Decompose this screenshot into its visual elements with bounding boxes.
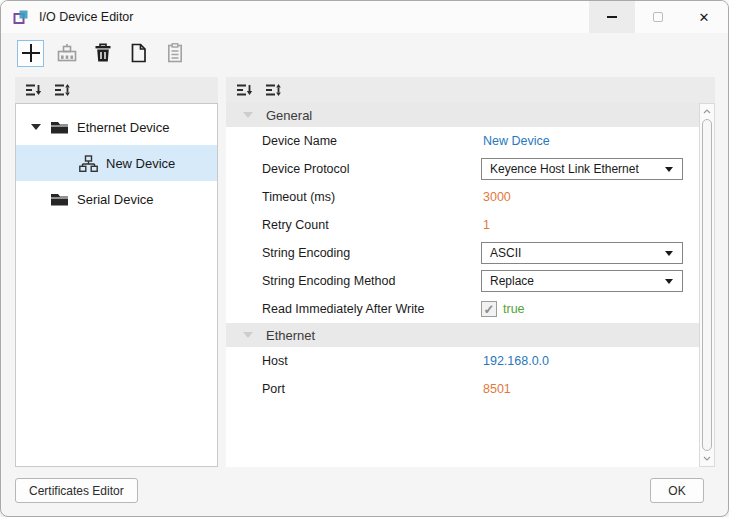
- chevron-down-icon: [665, 251, 673, 256]
- minimize-icon: [607, 16, 617, 17]
- tree-panel-header: [15, 77, 218, 103]
- device-name-value[interactable]: New Device: [483, 134, 550, 148]
- chevron-down-icon: [243, 112, 253, 118]
- device-tree-panel: Ethernet Device New Device: [15, 77, 218, 467]
- section-ethernet[interactable]: Ethernet: [226, 323, 699, 347]
- building-icon: [56, 43, 78, 63]
- copy-device-button[interactable]: [125, 40, 152, 67]
- properties-panel-header: [226, 77, 715, 103]
- property-row-device-name: Device Name New Device: [226, 127, 699, 155]
- chevron-down-icon: [665, 167, 673, 172]
- check-icon: ✓: [484, 303, 495, 316]
- timeout-value[interactable]: 3000: [483, 190, 511, 204]
- copy-icon: [130, 43, 147, 63]
- chevron-down-icon[interactable]: [31, 124, 41, 130]
- io-device-editor-window: I/O Device Editor ✕: [0, 0, 729, 517]
- window-controls: ✕: [589, 1, 727, 33]
- collapse-all-button[interactable]: [24, 82, 42, 98]
- chevron-down-icon: [703, 456, 711, 461]
- property-row-read-immediately: Read Immediately After Write ✓ true: [226, 295, 699, 323]
- property-row-timeout: Timeout (ms) 3000: [226, 183, 699, 211]
- add-device-template-button[interactable]: [53, 40, 80, 67]
- vertical-scrollbar[interactable]: [699, 103, 715, 467]
- trash-icon: [94, 43, 112, 63]
- expand-all-icon: [54, 83, 71, 97]
- string-encoding-dropdown[interactable]: ASCII: [481, 242, 683, 264]
- property-row-string-encoding-method: String Encoding Method Replace: [226, 267, 699, 295]
- tree-item-label: Serial Device: [77, 192, 154, 207]
- add-device-button[interactable]: [17, 40, 44, 67]
- close-button[interactable]: ✕: [681, 1, 727, 33]
- tree-item-new-device[interactable]: New Device: [16, 145, 217, 181]
- maximize-button[interactable]: [635, 1, 681, 33]
- property-row-port: Port 8501: [226, 375, 699, 403]
- port-value[interactable]: 8501: [483, 382, 511, 396]
- tree-item-ethernet-device[interactable]: Ethernet Device: [16, 109, 217, 145]
- properties-panel: General Device Name New Device Device Pr…: [226, 77, 715, 467]
- property-row-device-protocol: Device Protocol Keyence Host Link Ethern…: [226, 155, 699, 183]
- scroll-up-button[interactable]: [700, 105, 714, 118]
- chevron-down-icon: [243, 332, 253, 338]
- collapse-all-button[interactable]: [235, 82, 253, 98]
- delete-device-button[interactable]: [89, 40, 116, 67]
- expand-all-button[interactable]: [53, 82, 71, 98]
- retry-count-value[interactable]: 1: [483, 218, 490, 232]
- expand-all-button[interactable]: [264, 82, 282, 98]
- section-general[interactable]: General: [226, 103, 699, 127]
- read-immediately-checkbox[interactable]: ✓: [481, 301, 497, 317]
- scroll-down-button[interactable]: [700, 452, 714, 465]
- host-value[interactable]: 192.168.0.0: [483, 354, 549, 368]
- tree-item-serial-device[interactable]: Serial Device: [16, 181, 217, 217]
- scrollbar-thumb[interactable]: [702, 119, 712, 451]
- titlebar: I/O Device Editor ✕: [1, 1, 728, 33]
- string-encoding-method-dropdown[interactable]: Replace: [481, 270, 683, 292]
- plus-icon: [20, 42, 42, 64]
- property-row-string-encoding: String Encoding ASCII: [226, 239, 699, 267]
- collapse-all-icon: [25, 83, 42, 97]
- certificates-editor-button[interactable]: Certificates Editor: [15, 478, 138, 503]
- property-row-retry-count: Retry Count 1: [226, 211, 699, 239]
- property-row-host: Host 192.168.0.0: [226, 347, 699, 375]
- minimize-button[interactable]: [589, 1, 635, 33]
- property-grid: General Device Name New Device Device Pr…: [226, 103, 699, 467]
- app-logo-icon: [13, 9, 29, 25]
- paste-device-button[interactable]: [161, 40, 188, 67]
- folder-icon: [50, 192, 69, 206]
- device-tree: Ethernet Device New Device: [15, 103, 218, 467]
- tree-item-label: Ethernet Device: [77, 120, 170, 135]
- read-immediately-value: true: [503, 302, 525, 316]
- window-title: I/O Device Editor: [39, 10, 133, 24]
- folder-icon: [50, 120, 69, 134]
- paste-icon: [167, 43, 183, 63]
- toolbar: [17, 38, 188, 68]
- expand-all-icon: [265, 83, 282, 97]
- chevron-down-icon: [665, 279, 673, 284]
- network-icon: [79, 155, 98, 172]
- chevron-up-icon: [703, 109, 711, 114]
- collapse-all-icon: [236, 83, 253, 97]
- ok-button[interactable]: OK: [650, 478, 704, 503]
- close-icon: ✕: [699, 11, 710, 24]
- device-protocol-dropdown[interactable]: Keyence Host Link Ethernet: [481, 158, 683, 180]
- maximize-icon: [653, 12, 663, 22]
- tree-item-label: New Device: [106, 156, 175, 171]
